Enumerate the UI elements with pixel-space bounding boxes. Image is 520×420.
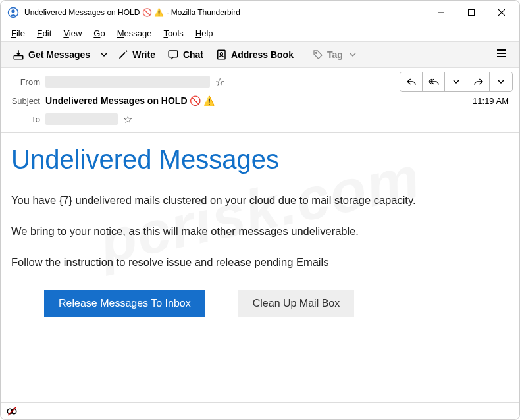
menu-view[interactable]: View [58,27,87,39]
star-icon[interactable]: ☆ [215,76,224,88]
reply-all-icon [428,77,440,86]
get-messages-button[interactable]: Get Messages [7,46,95,63]
message-body: Undelivered Messages You have {7} undeli… [1,133,519,329]
close-button[interactable] [486,2,517,23]
tag-button[interactable]: Tag [307,47,361,63]
reply-all-dropdown[interactable] [445,72,467,91]
menu-go[interactable]: Go [88,27,110,39]
address-book-icon [215,49,227,61]
tag-icon [313,49,323,60]
svg-point-9 [221,53,223,55]
reply-icon [406,77,417,86]
get-messages-label: Get Messages [28,49,90,60]
pencil-icon [118,49,128,60]
download-icon [13,49,24,61]
svg-point-1 [11,9,14,13]
chat-icon [167,49,179,61]
reply-all-button[interactable] [423,72,445,91]
hamburger-icon [496,47,507,59]
get-messages-dropdown[interactable] [97,49,111,61]
address-book-button[interactable]: Address Book [210,46,299,63]
reply-button[interactable] [400,72,423,91]
body-title: Undelivered Messages [11,145,509,174]
write-button[interactable]: Write [113,47,161,63]
app-menu-button[interactable] [490,45,513,65]
chevron-down-icon [350,51,356,58]
body-line-2: We bring to your notice, as this will ma… [11,224,509,239]
svg-rect-3 [469,10,475,16]
clean-mailbox-button[interactable]: Clean Up Mail Box [238,290,355,317]
forward-dropdown[interactable] [490,72,512,91]
offline-icon[interactable] [6,406,18,417]
subject-label: Subject [1,96,40,106]
time-value: 11:19 AM [473,96,513,106]
forward-icon [473,77,484,86]
menu-file[interactable]: File [6,27,30,39]
to-value [45,113,118,125]
window-title: Undelivered Messages on HOLD 🚫 ⚠️ - Mozi… [24,8,426,17]
body-line-1: You have {7} undelivered mails clustered… [11,193,509,208]
titlebar: Undelivered Messages on HOLD 🚫 ⚠️ - Mozi… [1,1,519,24]
release-messages-button[interactable]: Release Messages To Inbox [44,290,205,317]
menu-tools[interactable]: Tools [158,27,188,39]
statusbar [1,402,519,419]
from-value [45,76,210,88]
menubar: File Edit View Go Message Tools Help [1,24,519,41]
address-book-label: Address Book [231,49,294,60]
tag-label: Tag [327,49,343,60]
to-label: To [1,115,40,124]
svg-rect-7 [169,51,178,57]
svg-point-13 [315,52,317,53]
chat-label: Chat [183,49,203,60]
menu-message[interactable]: Message [112,27,157,39]
chevron-down-icon [101,51,107,58]
star-icon[interactable]: ☆ [123,113,132,126]
subject-value: Undelivered Messages on HOLD 🚫 ⚠️ [45,95,215,106]
toolbar: Get Messages Write Chat Address Book Tag [1,41,519,68]
message-header: From ☆ Subject Undelivered Messages on H… [1,68,519,133]
menu-help[interactable]: Help [190,27,219,39]
from-label: From [1,77,40,87]
message-actions [400,72,513,92]
chevron-down-icon [453,78,459,85]
maximize-button[interactable] [456,2,486,23]
menu-edit[interactable]: Edit [32,27,57,39]
toolbar-separator [303,47,303,62]
body-line-3: Follow the instruction to resolve issue … [11,255,509,270]
svg-rect-6 [14,56,23,59]
chat-button[interactable]: Chat [162,46,209,63]
forward-button[interactable] [467,72,490,91]
body-buttons: Release Messages To Inbox Clean Up Mail … [44,290,509,317]
app-icon [7,7,19,18]
chevron-down-icon [498,78,504,85]
minimize-button[interactable] [426,2,456,23]
window-controls [426,2,517,23]
write-label: Write [132,49,155,60]
